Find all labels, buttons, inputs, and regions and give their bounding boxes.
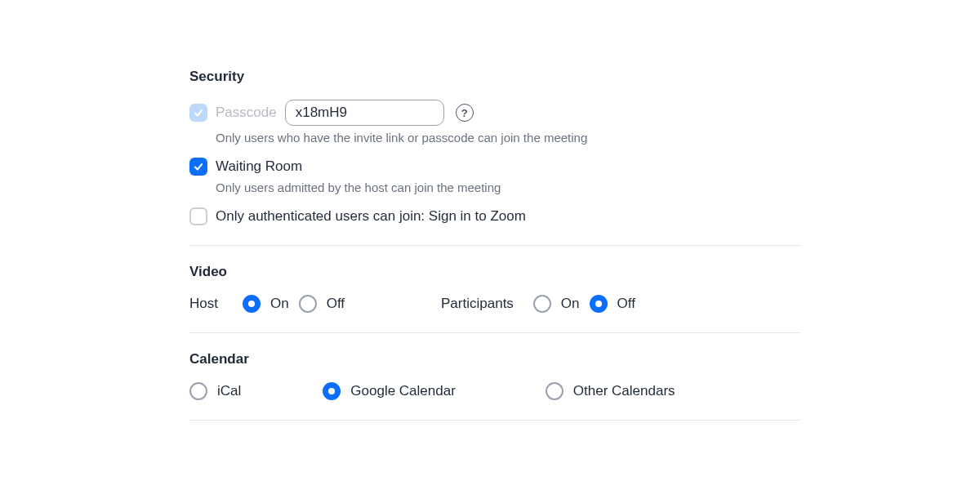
host-on-label: On	[270, 296, 289, 312]
passcode-label: Passcode	[216, 105, 277, 121]
help-icon[interactable]: ?	[456, 104, 474, 122]
auth-only-label: Only authenticated users can join: Sign …	[216, 208, 526, 225]
security-section: Security Passcode ? Only users who have …	[189, 69, 800, 246]
other-calendars-radio[interactable]	[546, 382, 564, 400]
calendar-option-other: Other Calendars	[546, 382, 675, 400]
ical-label: iCal	[217, 383, 241, 399]
auth-only-checkbox[interactable]	[189, 207, 207, 225]
participants-off-radio[interactable]	[590, 295, 608, 313]
host-off-label: Off	[327, 296, 345, 312]
check-icon	[193, 107, 204, 118]
divider	[189, 420, 800, 421]
host-video-group: Host On Off	[189, 295, 345, 313]
video-section: Video Host On Off Participants On Off	[189, 264, 800, 333]
participants-label: Participants	[441, 296, 514, 312]
divider	[189, 332, 800, 333]
video-title: Video	[189, 264, 800, 280]
ical-radio[interactable]	[189, 382, 207, 400]
calendar-option-ical: iCal	[189, 382, 241, 400]
google-calendar-radio[interactable]	[323, 382, 341, 400]
host-on-radio[interactable]	[243, 295, 261, 313]
waiting-room-description: Only users admitted by the host can join…	[216, 180, 800, 194]
passcode-description: Only users who have the invite link or p…	[216, 131, 800, 145]
divider	[189, 245, 800, 246]
waiting-room-checkbox[interactable]	[189, 158, 207, 176]
passcode-checkbox[interactable]	[189, 104, 207, 122]
google-calendar-label: Google Calendar	[350, 383, 456, 399]
other-calendars-label: Other Calendars	[573, 383, 675, 399]
passcode-input[interactable]	[285, 100, 444, 126]
waiting-room-option: Waiting Room Only users admitted by the …	[189, 158, 800, 194]
host-off-radio[interactable]	[299, 295, 317, 313]
auth-only-option: Only authenticated users can join: Sign …	[189, 207, 800, 225]
calendar-title: Calendar	[189, 351, 800, 368]
security-title: Security	[189, 69, 800, 85]
waiting-room-label: Waiting Room	[216, 158, 302, 175]
calendar-section: Calendar iCal Google Calendar Other Cale…	[189, 351, 800, 421]
participants-off-label: Off	[617, 296, 635, 312]
participants-on-radio[interactable]	[533, 295, 551, 313]
passcode-option: Passcode ? Only users who have the invit…	[189, 100, 800, 145]
participants-video-group: Participants On Off	[441, 295, 635, 313]
calendar-option-google: Google Calendar	[323, 382, 456, 400]
participants-on-label: On	[561, 296, 580, 312]
host-label: Host	[189, 296, 218, 312]
check-icon	[193, 161, 204, 172]
